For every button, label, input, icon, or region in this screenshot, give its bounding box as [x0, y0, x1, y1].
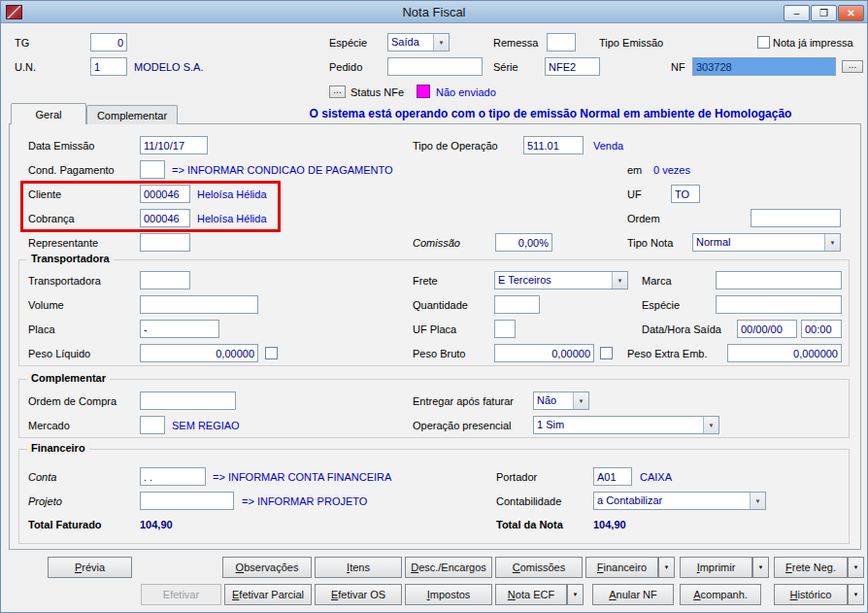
- contabilidade-label: Contabilidade: [496, 495, 561, 508]
- contabilidade-combo[interactable]: a Contabilizar ▼: [593, 492, 766, 510]
- chevron-down-icon: ▼: [853, 564, 859, 570]
- chevron-down-icon[interactable]: ▼: [703, 417, 718, 433]
- historico-button[interactable]: Histórico: [774, 584, 848, 605]
- transportadora-group-title: Transportadora: [27, 253, 114, 264]
- nota-ecf-dropdown-button[interactable]: ▼: [567, 584, 584, 605]
- acompanh-button[interactable]: Acompanh.: [680, 584, 761, 605]
- peso-bruto-checkbox[interactable]: [600, 347, 613, 359]
- transportadora-label: Transportadora: [28, 275, 101, 288]
- efetivar-parcial-button[interactable]: Efetivar Parcial: [224, 584, 312, 605]
- data-emissao-input[interactable]: [140, 136, 208, 154]
- quantidade-input[interactable]: [494, 295, 540, 314]
- entregar-apos-faturar-combo[interactable]: Não ▼: [533, 392, 589, 410]
- projeto-hint: => INFORMAR PROJETO: [242, 495, 367, 508]
- maximize-icon: ❐: [819, 9, 828, 18]
- minimize-icon: –: [794, 9, 800, 18]
- cobranca-name-text: Heloísa Hélida: [197, 213, 267, 225]
- close-button[interactable]: ✕: [838, 5, 864, 21]
- nf-lookup-button[interactable]: ...: [842, 60, 863, 73]
- impostos-button[interactable]: Impostos: [405, 584, 492, 605]
- cliente-input[interactable]: [140, 185, 190, 203]
- cond-pagamento-hint: => INFORMAR CONDICAO DE PAGAMENTO: [172, 164, 393, 177]
- frete-combo[interactable]: E Terceiros ▼: [494, 271, 628, 289]
- operacao-presencial-combo-value: 1 Sim: [534, 417, 703, 433]
- comissoes-button[interactable]: Comissões: [495, 557, 583, 578]
- placa-input[interactable]: [140, 320, 219, 338]
- anular-nf-button[interactable]: Anular NF: [592, 584, 674, 605]
- itens-button[interactable]: Itens: [315, 557, 402, 578]
- conta-hint: => INFORMAR CONTA FINANCEIRA: [213, 471, 391, 484]
- tab-complementar[interactable]: Complementar: [86, 105, 178, 124]
- efetivar-os-button[interactable]: Efetivar OS: [315, 584, 402, 605]
- imprimir-dropdown-button[interactable]: ▼: [752, 557, 769, 578]
- efetivar-button[interactable]: Efetivar: [141, 584, 221, 605]
- hora-saida-input[interactable]: [801, 320, 842, 338]
- desc-encargos-button[interactable]: Desc./Encargos: [405, 557, 492, 578]
- especie-combo[interactable]: Saída ▼: [387, 33, 450, 51]
- tg-input[interactable]: [90, 33, 127, 51]
- close-icon: ✕: [847, 9, 854, 18]
- historico-dropdown-button[interactable]: ▼: [848, 584, 864, 605]
- cond-pagamento-label: Cond. Pagamento: [28, 164, 115, 177]
- uf-input[interactable]: [671, 185, 700, 203]
- minimize-button[interactable]: –: [784, 5, 810, 21]
- portador-input[interactable]: [593, 467, 632, 486]
- un-input[interactable]: [90, 57, 127, 76]
- transportadora-input[interactable]: [140, 271, 190, 289]
- cobranca-input[interactable]: [140, 209, 190, 227]
- chevron-down-icon[interactable]: ▼: [433, 34, 449, 51]
- nota-ecf-button[interactable]: Nota ECF: [495, 584, 567, 605]
- tipo-operacao-input[interactable]: [523, 136, 584, 154]
- ordem-compra-input[interactable]: [140, 392, 236, 410]
- nota-fiscal-window: Nota Fiscal – ❐ ✕ TG Espécie Saída ▼ Rem…: [0, 0, 868, 613]
- tipo-nota-combo[interactable]: Normal ▼: [692, 233, 841, 252]
- uf-placa-input[interactable]: [494, 320, 516, 338]
- marca-label: Marca: [642, 275, 672, 288]
- representante-input[interactable]: [140, 233, 190, 252]
- data-saida-input[interactable]: [737, 320, 797, 338]
- maximize-button[interactable]: ❐: [811, 5, 837, 21]
- volume-input[interactable]: [140, 295, 258, 314]
- chevron-down-icon[interactable]: ▼: [750, 493, 765, 509]
- peso-bruto-input[interactable]: [494, 344, 594, 362]
- nf-input[interactable]: [692, 57, 836, 76]
- ordem-input[interactable]: [751, 209, 841, 227]
- peso-liquido-input[interactable]: [140, 344, 258, 362]
- data-emissao-label: Data Emissão: [28, 140, 94, 153]
- frete-neg-button[interactable]: Frete Neg.: [774, 557, 848, 578]
- entregar-apos-faturar-combo-value: Não: [534, 392, 573, 409]
- cond-pagamento-input[interactable]: [140, 160, 165, 179]
- previa-button[interactable]: Prévia: [48, 557, 132, 578]
- mercado-label: Mercado: [28, 420, 70, 432]
- remessa-input[interactable]: [547, 33, 576, 51]
- pedido-input[interactable]: [387, 57, 483, 76]
- status-nfe-lookup-button[interactable]: ...: [329, 85, 346, 98]
- imprimir-button[interactable]: Imprimir: [680, 557, 752, 578]
- especie-transp-input[interactable]: [716, 295, 842, 314]
- conta-input[interactable]: [140, 467, 206, 486]
- chevron-down-icon[interactable]: ▼: [573, 392, 588, 409]
- company-name-text: MODELO S.A.: [134, 61, 204, 74]
- observacoes-button[interactable]: Observações: [222, 557, 312, 578]
- tab-geral[interactable]: Geral: [11, 103, 86, 124]
- marca-input[interactable]: [716, 271, 842, 289]
- comissao-input[interactable]: [495, 233, 552, 252]
- operacao-presencial-combo[interactable]: 1 Sim ▼: [533, 416, 719, 434]
- entregar-apos-faturar-label: Entregar após faturar: [413, 395, 514, 408]
- chevron-down-icon[interactable]: ▼: [612, 272, 627, 289]
- nota-ja-impressa-checkbox[interactable]: [757, 36, 770, 49]
- frete-neg-dropdown-button[interactable]: ▼: [848, 557, 864, 578]
- placa-label: Placa: [28, 324, 55, 336]
- tab-complementar-label: Complementar: [97, 110, 167, 121]
- peso-extra-input[interactable]: [727, 344, 842, 362]
- financeiro-button[interactable]: Financeiro: [585, 557, 658, 578]
- projeto-input[interactable]: [140, 492, 234, 510]
- serie-input[interactable]: [545, 57, 600, 76]
- mercado-input[interactable]: [140, 416, 165, 434]
- financeiro-dropdown-button[interactable]: ▼: [658, 557, 675, 578]
- chevron-down-icon[interactable]: ▼: [824, 234, 840, 251]
- tipo-operacao-desc: Venda: [593, 140, 623, 153]
- parcelas-prefix: em: [627, 164, 642, 177]
- peso-liquido-checkbox[interactable]: [265, 347, 278, 359]
- uf-label: UF: [627, 188, 642, 201]
